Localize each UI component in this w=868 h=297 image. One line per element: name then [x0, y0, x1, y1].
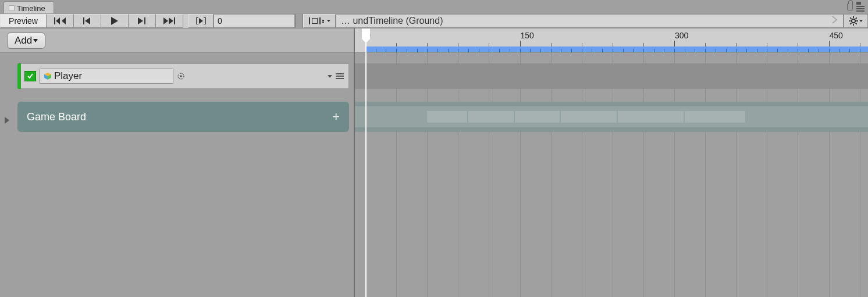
add-label: Add: [15, 35, 32, 46]
svg-rect-0: [54, 17, 55, 24]
binding-label: Player: [54, 70, 82, 82]
play-button[interactable]: [101, 14, 129, 28]
track-list-pane: Add: [0, 28, 355, 297]
ruler-label: 150: [521, 31, 534, 40]
track-display-mode-button[interactable]: [303, 14, 336, 28]
record-icon[interactable]: [177, 72, 185, 80]
svg-line-17: [856, 23, 857, 24]
clip[interactable]: [468, 111, 514, 123]
settings-button[interactable]: [844, 14, 868, 28]
timeline-asset-breadcrumb[interactable]: … undTimeline (Ground): [336, 14, 844, 28]
lock-icon[interactable]: [847, 3, 853, 10]
svg-marker-2: [62, 17, 66, 24]
play-range-icon: [196, 17, 206, 24]
toolbar: Preview 0: [0, 13, 868, 28]
pane-divider[interactable]: [295, 14, 303, 28]
group-track-header[interactable]: Game Board +: [17, 102, 349, 132]
cube-icon: [44, 72, 52, 80]
track-options-caret[interactable]: [328, 75, 332, 78]
clip[interactable]: [427, 111, 467, 123]
preview-label: Preview: [9, 16, 38, 26]
breadcrumb-label: … undTimeline (Ground): [341, 16, 443, 26]
ruler-label: 0: [366, 31, 371, 40]
svg-rect-3: [83, 17, 84, 24]
clip[interactable]: [515, 111, 560, 123]
animation-track-lane[interactable]: [355, 63, 868, 89]
svg-marker-8: [163, 17, 168, 24]
timeline-duration-bar: [365, 46, 868, 52]
chevron-right-icon: [831, 15, 838, 27]
svg-marker-5: [111, 17, 118, 25]
track-headers: Player Game Board +: [0, 53, 354, 297]
main-area: Add: [0, 28, 868, 297]
add-subtrack-button[interactable]: +: [332, 109, 340, 124]
expand-group-caret[interactable]: [5, 117, 9, 124]
svg-marker-1: [56, 17, 60, 24]
animation-track-header[interactable]: Player: [17, 63, 349, 89]
svg-rect-7: [144, 17, 145, 24]
svg-point-11: [852, 19, 855, 23]
ruler-label: 450: [830, 31, 843, 40]
tab-strip: Timeline: [0, 0, 868, 13]
svg-marker-6: [138, 17, 143, 24]
ruler-label: 300: [675, 31, 688, 40]
svg-line-18: [856, 17, 857, 19]
go-to-end-button[interactable]: [155, 14, 183, 28]
play-range-button[interactable]: [188, 14, 214, 28]
track-display-icon: [309, 17, 330, 24]
group-track-lane[interactable]: [355, 102, 868, 132]
add-bar: Add: [0, 28, 354, 53]
timeline-window: Timeline Preview: [0, 0, 868, 297]
caret-down-icon: [859, 20, 863, 22]
previous-frame-button[interactable]: [73, 14, 101, 28]
clip[interactable]: [618, 111, 684, 123]
panel-menu-icon[interactable]: [856, 2, 865, 12]
clip[interactable]: [685, 111, 745, 123]
tab-timeline[interactable]: Timeline: [3, 1, 54, 13]
frame-input[interactable]: 0: [214, 14, 295, 28]
caret-down-icon: [33, 39, 38, 42]
svg-marker-9: [169, 17, 173, 24]
gear-icon: [849, 16, 858, 26]
track-menu-icon[interactable]: [336, 73, 344, 79]
timeline-body[interactable]: [355, 53, 868, 297]
track-binding-field[interactable]: Player: [40, 69, 173, 84]
clip[interactable]: [561, 111, 616, 123]
add-track-button[interactable]: Add: [7, 33, 45, 49]
grid-lines: [355, 53, 868, 297]
svg-rect-10: [174, 17, 175, 24]
svg-line-19: [850, 23, 851, 24]
track-color-stripe: [17, 63, 21, 89]
tab-title: Timeline: [17, 4, 45, 13]
track-active-toggle[interactable]: [24, 71, 36, 81]
next-frame-button[interactable]: [128, 14, 156, 28]
svg-line-16: [850, 17, 851, 19]
group-label: Game Board: [27, 111, 86, 123]
frame-value: 0: [218, 16, 222, 26]
svg-marker-4: [85, 17, 90, 24]
preview-button[interactable]: Preview: [0, 14, 47, 28]
timeline-pane: 0150300450: [355, 28, 868, 297]
svg-point-24: [180, 76, 182, 77]
time-ruler[interactable]: 0150300450: [355, 28, 868, 53]
go-to-start-button[interactable]: [46, 14, 74, 28]
tab-icon: [9, 5, 15, 11]
